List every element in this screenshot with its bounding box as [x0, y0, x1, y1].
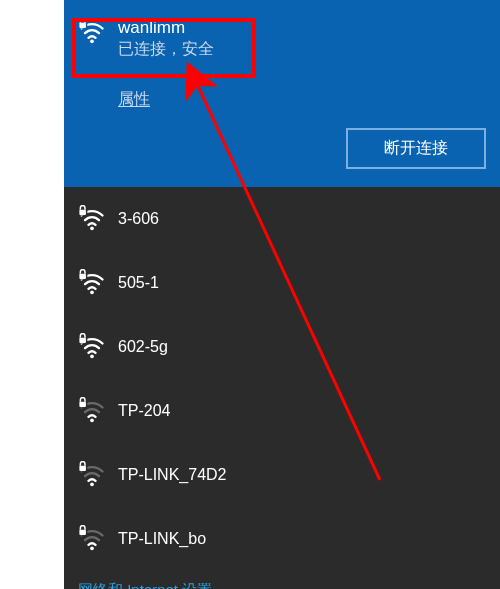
svg-point-0 — [90, 39, 94, 43]
properties-link[interactable]: 属性 — [118, 89, 150, 110]
svg-point-3 — [90, 226, 94, 230]
network-ssid: 3-606 — [118, 210, 159, 228]
properties-label: 属性 — [118, 90, 150, 107]
connected-ssid: wanlimm — [118, 18, 214, 38]
network-ssid: TP-204 — [118, 402, 170, 420]
svg-rect-11 — [79, 337, 86, 342]
network-item[interactable]: 602-5g — [64, 315, 500, 379]
network-ssid: 602-5g — [118, 338, 168, 356]
connected-text: wanlimm 已连接，安全 — [118, 18, 214, 61]
svg-rect-14 — [79, 401, 86, 406]
network-ssid: TP-LINK_74D2 — [118, 466, 227, 484]
svg-rect-5 — [79, 209, 86, 214]
wifi-secure-icon — [78, 18, 106, 46]
connected-network[interactable]: wanlimm 已连接，安全 属性 断开连接 — [64, 0, 500, 187]
wifi-secure-icon — [78, 205, 106, 233]
svg-point-6 — [90, 290, 94, 294]
network-settings-label: 网络和 Internet 设置 — [78, 581, 212, 589]
disconnect-button[interactable]: 断开连接 — [346, 128, 486, 169]
network-ssid: 505-1 — [118, 274, 159, 292]
network-item[interactable]: 3-606 — [64, 187, 500, 251]
svg-rect-2 — [79, 23, 86, 28]
connected-header-row: wanlimm 已连接，安全 — [78, 18, 486, 61]
network-item[interactable]: TP-LINK_bo — [64, 507, 500, 571]
svg-rect-17 — [79, 465, 86, 470]
network-settings-link[interactable]: 网络和 Internet 设置 — [64, 571, 500, 589]
svg-point-12 — [90, 418, 94, 422]
svg-point-15 — [90, 482, 94, 486]
wifi-secure-icon — [78, 525, 106, 553]
disconnect-row: 断开连接 — [78, 128, 486, 169]
network-ssid: TP-LINK_bo — [118, 530, 206, 548]
connected-status: 已连接，安全 — [118, 38, 214, 60]
svg-rect-8 — [79, 273, 86, 278]
available-networks-list: 3-606 505-1 602-5g — [64, 187, 500, 571]
network-item[interactable]: 505-1 — [64, 251, 500, 315]
wifi-secure-icon — [78, 461, 106, 489]
svg-point-9 — [90, 354, 94, 358]
wifi-secure-icon — [78, 269, 106, 297]
disconnect-label: 断开连接 — [384, 139, 448, 156]
wifi-secure-icon — [78, 333, 106, 361]
wifi-flyout-panel: wanlimm 已连接，安全 属性 断开连接 3-606 — [64, 0, 500, 589]
svg-point-18 — [90, 546, 94, 550]
network-item[interactable]: TP-LINK_74D2 — [64, 443, 500, 507]
svg-rect-20 — [79, 529, 86, 534]
network-item[interactable]: TP-204 — [64, 379, 500, 443]
wifi-secure-icon — [78, 397, 106, 425]
